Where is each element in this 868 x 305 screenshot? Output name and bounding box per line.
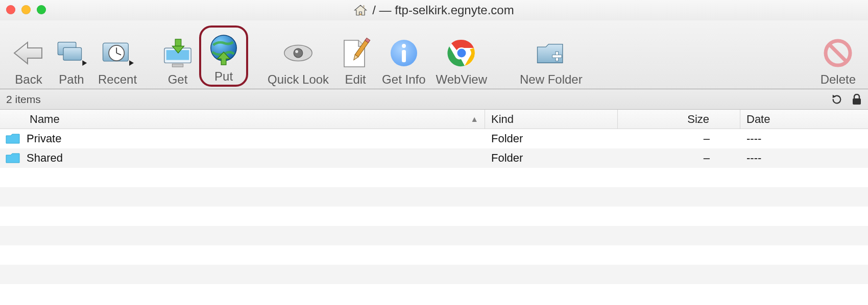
lock-icon[interactable] (852, 94, 862, 105)
toolbar: Back Path (0, 20, 868, 89)
status-bar: 2 items (0, 89, 868, 110)
svg-rect-15 (175, 39, 181, 46)
svg-rect-1 (360, 14, 361, 15)
window-controls (6, 5, 46, 14)
empty-row (0, 207, 868, 226)
list-item[interactable]: Private Folder – ---- (0, 129, 868, 148)
empty-row (0, 265, 868, 284)
svg-rect-2 (364, 5, 365, 8)
svg-line-34 (830, 45, 846, 61)
item-kind: Folder (491, 132, 523, 145)
svg-point-20 (294, 48, 302, 57)
column-header-size[interactable]: Size (618, 110, 740, 129)
put-label: Put (214, 69, 233, 84)
svg-rect-14 (172, 64, 183, 67)
item-size: – (704, 151, 710, 164)
svg-marker-11 (129, 60, 134, 66)
eye-icon (282, 37, 315, 69)
item-kind: Folder (491, 151, 523, 164)
column-header-date-label: Date (746, 113, 770, 126)
delete-button[interactable]: Delete (815, 26, 861, 87)
home-icon (354, 4, 367, 17)
empty-row (0, 168, 868, 187)
put-button[interactable]: Put (199, 26, 248, 87)
close-window-button[interactable] (6, 5, 15, 14)
delete-label: Delete (821, 72, 856, 87)
back-button[interactable]: Back (7, 26, 50, 87)
svg-rect-36 (853, 98, 861, 105)
empty-row (0, 284, 868, 303)
recent-clock-icon (101, 37, 134, 69)
refresh-button[interactable] (831, 94, 842, 105)
path-button[interactable]: Path (50, 26, 93, 87)
svg-point-26 (402, 44, 406, 48)
svg-rect-5 (63, 47, 82, 60)
item-date: ---- (746, 151, 761, 164)
column-header-name-label: Name (30, 113, 60, 126)
info-icon (388, 37, 420, 69)
empty-row (0, 245, 868, 265)
webview-label: WebView (436, 72, 488, 87)
empty-row (0, 226, 868, 245)
item-name: Shared (27, 151, 63, 165)
svg-marker-35 (833, 94, 836, 97)
file-list: Private Folder – ---- Shared Folder – --… (0, 129, 868, 303)
column-header-date[interactable]: Date (740, 110, 868, 129)
item-count: 2 items (6, 93, 41, 106)
new-folder-icon (535, 37, 567, 69)
chrome-browser-icon (445, 37, 478, 69)
path-folders-icon (55, 37, 88, 69)
column-header-size-label: Size (687, 113, 709, 126)
list-item[interactable]: Shared Folder – ---- (0, 148, 868, 168)
titlebar: / — ftp-selkirk.egnyte.com (0, 0, 868, 20)
minimize-window-button[interactable] (21, 5, 31, 14)
empty-row (0, 187, 868, 207)
back-arrow-icon (12, 37, 45, 69)
newfolder-button[interactable]: New Folder (515, 26, 588, 87)
upload-globe-icon (207, 34, 240, 66)
column-headers: Name ▲ Kind Size Date (0, 110, 868, 129)
delete-prohibit-icon (822, 37, 854, 69)
edit-doc-pencil-icon (339, 37, 372, 69)
edit-label: Edit (345, 72, 366, 87)
column-header-kind[interactable]: Kind (485, 110, 618, 129)
zoom-window-button[interactable] (37, 5, 46, 14)
item-date: ---- (746, 132, 761, 145)
get-button[interactable]: Get (156, 26, 199, 87)
svg-point-30 (457, 49, 466, 58)
sort-ascending-icon: ▲ (470, 115, 478, 124)
quicklook-button[interactable]: Quick Look (262, 26, 334, 87)
svg-marker-6 (82, 60, 87, 66)
item-name: Private (27, 132, 61, 145)
path-label: Path (59, 72, 84, 87)
recent-button[interactable]: Recent (93, 26, 142, 87)
folder-icon (5, 133, 20, 145)
svg-point-21 (295, 50, 298, 53)
svg-marker-3 (14, 42, 42, 64)
svg-rect-27 (402, 50, 406, 62)
quicklook-label: Quick Look (268, 72, 329, 87)
window-title-group: / — ftp-selkirk.egnyte.com (354, 3, 514, 17)
back-label: Back (15, 72, 42, 87)
getinfo-button[interactable]: Get Info (377, 26, 430, 87)
column-header-kind-label: Kind (491, 113, 514, 126)
item-size: – (704, 132, 710, 145)
window-title: / — ftp-selkirk.egnyte.com (372, 3, 514, 17)
svg-rect-32 (552, 55, 562, 58)
get-label: Get (168, 72, 188, 87)
edit-button[interactable]: Edit (334, 26, 377, 87)
column-header-name[interactable]: Name ▲ (0, 110, 485, 129)
folder-icon (5, 152, 20, 164)
webview-button[interactable]: WebView (431, 26, 493, 87)
download-to-computer-icon (161, 37, 194, 69)
recent-label: Recent (98, 72, 137, 87)
getinfo-label: Get Info (382, 72, 425, 87)
newfolder-label: New Folder (520, 72, 583, 87)
